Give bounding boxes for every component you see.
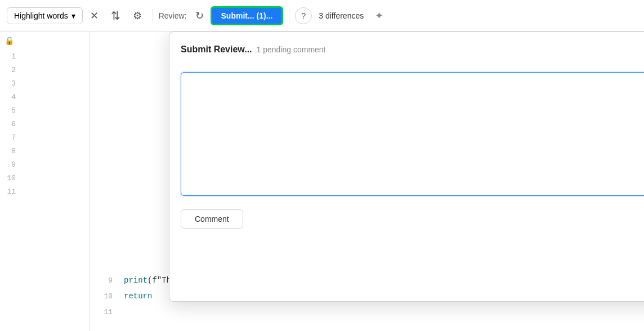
line-num-1: 1: [5, 52, 16, 61]
highlight-words-label: Highlight words: [14, 11, 68, 20]
close-toolbar-button[interactable]: ✕: [85, 6, 104, 25]
chevron-down-icon: ▾: [71, 11, 75, 20]
review-textarea[interactable]: [181, 72, 644, 196]
popup-header: Submit Review... 1 pending comment 🗑 ✕: [169, 32, 644, 65]
gear-icon: ⚙: [133, 10, 142, 22]
differences-count: 3 differences: [319, 11, 364, 20]
line-num-10: 10: [5, 174, 16, 182]
main-area: 🔒 1 2 3 4 5 6 7 8 9 10 11 9 print(f"The …: [0, 32, 644, 331]
code-line-num-10: 10: [99, 292, 113, 301]
refresh-button[interactable]: ↻: [191, 7, 208, 24]
separator-1: [153, 9, 153, 23]
submit-review-popup: Submit Review... 1 pending comment 🗑 ✕ C…: [169, 32, 644, 302]
popup-footer: Comment: [169, 207, 644, 240]
help-icon: ?: [301, 11, 306, 20]
refresh-icon: ↻: [195, 10, 204, 22]
line-num-4: 4: [5, 93, 16, 101]
line-num-3: 3: [5, 79, 16, 88]
code-line-num-9: 9: [99, 276, 113, 285]
line-num-7: 7: [5, 133, 16, 142]
sparkle-icon: ✦: [375, 10, 383, 22]
code-line-content-10: return: [124, 292, 152, 301]
table-row: 11: [90, 304, 644, 320]
line-num-2: 2: [5, 66, 16, 74]
code-line-num-11: 11: [99, 308, 113, 316]
help-button[interactable]: ?: [295, 7, 312, 24]
left-code-panel: 🔒 1 2 3 4 5 6 7 8 9 10 11: [0, 32, 90, 331]
review-label: Review:: [159, 11, 187, 20]
line-num-8: 8: [5, 147, 16, 155]
left-line-numbers: 1 2 3 4 5 6 7 8 9 10 11: [0, 45, 90, 198]
sparkle-button[interactable]: ✦: [370, 7, 387, 24]
lock-icon: 🔒: [0, 32, 90, 45]
separator-2: [289, 9, 289, 23]
popup-title: Submit Review...: [181, 44, 252, 55]
line-num-11: 11: [5, 187, 16, 196]
close-icon: ✕: [90, 10, 99, 22]
submit-button[interactable]: Submit... (1)...: [211, 6, 284, 25]
line-num-5: 5: [5, 106, 16, 115]
line-num-9: 9: [5, 160, 16, 169]
comment-button[interactable]: Comment: [181, 209, 243, 229]
popup-pending-comment: 1 pending comment: [257, 45, 644, 54]
settings-button[interactable]: ⚙: [128, 6, 147, 25]
toolbar: Highlight words ▾ ✕ ⇅ ⚙ Review: ↻ Submit…: [0, 0, 644, 32]
popup-body: [169, 65, 644, 207]
sort-icon: ⇅: [111, 9, 120, 23]
right-code-panel: 9 print(f"The current speed is {car.spee…: [90, 32, 644, 331]
line-num-6: 6: [5, 120, 16, 128]
sort-button[interactable]: ⇅: [106, 6, 126, 25]
highlight-words-button[interactable]: Highlight words ▾: [7, 7, 83, 24]
